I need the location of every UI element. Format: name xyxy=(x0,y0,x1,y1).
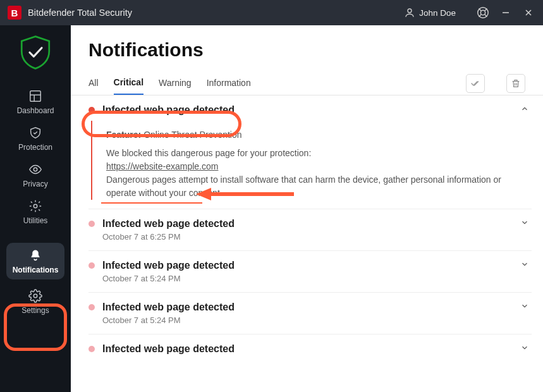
close-button[interactable] xyxy=(522,6,535,20)
severity-dot-icon xyxy=(88,346,95,352)
tab-warning[interactable]: Warning xyxy=(159,73,192,94)
annotation-underline xyxy=(101,202,202,204)
severity-dot-icon xyxy=(88,221,95,227)
notification-title: Infected web page detected xyxy=(102,218,235,230)
svg-rect-10 xyxy=(30,91,41,102)
sidebar-item-label: Dashboard xyxy=(17,106,54,115)
notification-entry-expanded[interactable]: Infected web page detected Feature: Onli… xyxy=(88,95,532,209)
tab-critical[interactable]: Critical xyxy=(114,72,143,95)
shield-check-icon xyxy=(28,125,43,140)
sidebar-item-label: Utilities xyxy=(23,216,48,225)
detail-line-1: We blocked this dangerous page for your … xyxy=(106,147,523,160)
svg-point-0 xyxy=(408,9,412,13)
tabs-row: All Critical Warning Information xyxy=(71,72,543,95)
notification-header[interactable]: Infected web page detected xyxy=(88,260,529,271)
sidebar-item-privacy[interactable]: Privacy xyxy=(6,157,64,193)
notification-time: October 7 at 6:25 PM xyxy=(102,232,529,242)
notification-entry[interactable]: Infected web page detected October 7 at … xyxy=(88,293,532,334)
status-shield-icon xyxy=(16,33,55,72)
sidebar-item-label: Notifications xyxy=(13,266,59,274)
svg-point-2 xyxy=(480,10,485,15)
notification-time: October 7 at 5:24 PM xyxy=(102,274,529,283)
delete-all-button[interactable] xyxy=(506,74,525,93)
chevron-down-icon xyxy=(520,302,529,313)
page-title: Notifications xyxy=(71,39,543,61)
notification-header[interactable]: Infected web page detected xyxy=(88,343,529,355)
notification-detail: Feature: Online Threat Prevention We blo… xyxy=(91,121,529,200)
svg-line-5 xyxy=(479,15,482,17)
severity-dot-icon xyxy=(88,304,95,310)
detail-line-2: Dangerous pages attempt to install softw… xyxy=(106,173,523,200)
notification-time: October 7 at 5:24 PM xyxy=(102,315,529,325)
sidebar-item-utilities[interactable]: Utilities xyxy=(6,193,64,230)
notification-entry[interactable]: Infected web page detected October 7 at … xyxy=(88,209,532,251)
svg-point-15 xyxy=(34,294,37,298)
sidebar-item-settings[interactable]: Settings xyxy=(6,283,64,320)
notification-title: Infected web page detected xyxy=(102,302,235,313)
chevron-down-icon xyxy=(520,343,529,355)
severity-dot-icon xyxy=(88,262,95,269)
mark-all-read-button[interactable] xyxy=(466,74,485,93)
app-logo: B xyxy=(8,6,21,20)
sidebar-item-label: Privacy xyxy=(23,180,47,188)
feature-label: Feature: xyxy=(106,130,141,140)
settings-icon xyxy=(28,288,43,303)
notification-list[interactable]: Infected web page detected Feature: Onli… xyxy=(71,95,543,392)
notification-header[interactable]: Infected web page detected xyxy=(88,218,529,230)
chevron-down-icon xyxy=(520,260,529,271)
sidebar-item-protection[interactable]: Protection xyxy=(6,120,64,157)
tab-all[interactable]: All xyxy=(88,73,99,94)
sidebar-item-dashboard[interactable]: Dashboard xyxy=(6,83,64,120)
bell-icon xyxy=(28,248,43,263)
svg-point-14 xyxy=(34,204,37,208)
dashboard-icon xyxy=(28,89,43,104)
notification-entry[interactable]: Infected web page detected October 7 at … xyxy=(88,251,532,293)
gear-icon xyxy=(28,199,43,214)
sidebar: Dashboard Protection Privacy Utilities xyxy=(0,25,71,392)
tab-information[interactable]: Information xyxy=(207,73,251,94)
svg-line-4 xyxy=(485,9,487,11)
notification-title: Infected web page detected xyxy=(102,343,235,355)
chevron-up-icon xyxy=(520,104,529,116)
user-name: John Doe xyxy=(419,8,456,18)
sidebar-item-notifications[interactable]: Notifications xyxy=(6,243,64,279)
minimize-button[interactable] xyxy=(499,6,513,20)
severity-dot-icon xyxy=(88,107,95,113)
svg-point-13 xyxy=(34,168,37,171)
blocked-url-link[interactable]: https://website-example.com xyxy=(106,161,218,171)
main-panel: Notifications All Critical Warning Infor… xyxy=(71,25,543,392)
eye-icon xyxy=(28,162,43,177)
window-title: Bitdefender Total Security xyxy=(28,8,132,18)
user-account-button[interactable]: John Doe xyxy=(404,7,456,18)
sidebar-item-label: Settings xyxy=(21,306,49,315)
titlebar: B Bitdefender Total Security John Doe xyxy=(0,0,543,25)
notification-header[interactable]: Infected web page detected xyxy=(88,104,529,116)
svg-line-6 xyxy=(485,15,487,17)
sidebar-item-label: Protection xyxy=(18,143,52,152)
notification-entry[interactable]: Infected web page detected xyxy=(88,334,532,364)
notification-title: Infected web page detected xyxy=(102,104,235,116)
support-button[interactable] xyxy=(476,6,490,20)
notification-header[interactable]: Infected web page detected xyxy=(88,302,529,313)
svg-line-3 xyxy=(479,9,482,11)
user-icon xyxy=(404,7,415,18)
feature-value: Online Threat Prevention xyxy=(143,130,241,140)
chevron-down-icon xyxy=(520,218,529,230)
notification-title: Infected web page detected xyxy=(102,260,235,271)
